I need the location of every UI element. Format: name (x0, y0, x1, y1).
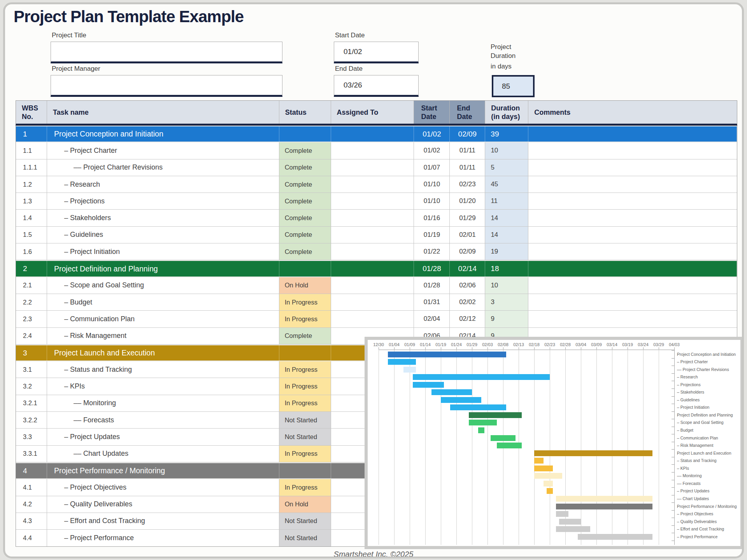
wbs-cell[interactable]: 1.5 (16, 227, 47, 243)
status-cell[interactable]: Complete (279, 142, 331, 159)
status-cell[interactable]: Complete (279, 193, 331, 209)
wbs-cell[interactable]: 1.1.1 (16, 159, 47, 176)
duration-cell[interactable]: 10 (485, 142, 528, 159)
end-cell[interactable]: 02/01 (450, 227, 485, 243)
comments-cell[interactable] (528, 311, 737, 327)
task-cell[interactable]: – Scope and Goal Setting (47, 277, 279, 294)
comments-cell[interactable] (528, 142, 737, 159)
gantt-bar[interactable] (497, 443, 522, 448)
status-cell[interactable]: Complete (279, 210, 331, 226)
assigned-cell[interactable] (331, 277, 414, 294)
wbs-cell[interactable]: 4.1 (16, 479, 47, 495)
comments-cell[interactable] (528, 126, 737, 142)
assigned-cell[interactable] (331, 159, 414, 176)
task-cell[interactable]: – Project Charter (47, 142, 279, 159)
task-cell[interactable]: – KPIs (47, 378, 279, 394)
gantt-bar[interactable] (534, 473, 562, 479)
wbs-cell[interactable]: 3.3.1 (16, 446, 47, 462)
gantt-bar[interactable] (534, 466, 553, 471)
wbs-cell[interactable]: 3.3 (16, 429, 47, 445)
duration-cell[interactable]: 39 (485, 126, 528, 142)
task-cell[interactable]: – Research (47, 176, 279, 192)
wbs-cell[interactable]: 1.4 (16, 210, 47, 226)
wbs-cell[interactable]: 2 (16, 261, 47, 276)
duration-cell[interactable]: 10 (485, 277, 528, 294)
end-cell[interactable]: 01/29 (450, 210, 485, 226)
task-cell[interactable]: –– Chart Updates (47, 446, 279, 462)
duration-cell[interactable]: 14 (485, 210, 528, 226)
wbs-cell[interactable]: 1.3 (16, 193, 47, 209)
gantt-bar[interactable] (556, 511, 568, 517)
task-cell[interactable]: –– Monitoring (47, 395, 279, 411)
task-cell[interactable]: Project Launch and Execution (47, 345, 279, 360)
gantt-bar[interactable] (441, 397, 481, 403)
assigned-cell[interactable] (331, 311, 414, 327)
wbs-cell[interactable]: 3.1 (16, 361, 47, 378)
project-manager-input[interactable] (51, 75, 282, 97)
duration-cell[interactable]: 3 (485, 294, 528, 310)
assigned-cell[interactable] (331, 243, 414, 260)
duration-cell[interactable]: 19 (485, 243, 528, 260)
status-cell[interactable]: On Hold (279, 496, 331, 513)
task-cell[interactable]: – Status and Tracking (47, 361, 279, 378)
project-duration-input[interactable]: 85 (492, 75, 535, 97)
end-cell[interactable]: 01/11 (450, 142, 485, 159)
gantt-bar[interactable] (534, 458, 544, 464)
status-cell[interactable]: In Progress (279, 446, 331, 462)
task-cell[interactable]: – Quality Deliverables (47, 496, 279, 513)
gantt-bar[interactable] (556, 496, 652, 502)
task-cell[interactable]: – Effort and Cost Tracking (47, 513, 279, 529)
status-cell[interactable]: Complete (279, 159, 331, 176)
task-cell[interactable]: – Budget (47, 294, 279, 310)
wbs-cell[interactable]: 4.2 (16, 496, 47, 513)
task-cell[interactable]: Project Conception and Initiation (47, 126, 279, 142)
wbs-cell[interactable]: 3.2.2 (16, 412, 47, 428)
start-cell[interactable]: 01/31 (414, 294, 450, 310)
column-header-duration[interactable]: Duration (in days) (485, 101, 528, 124)
comments-cell[interactable] (528, 159, 737, 176)
column-header-wbs[interactable]: WBS No. (16, 101, 47, 124)
status-cell[interactable]: Not Started (279, 530, 331, 546)
gantt-bar[interactable] (478, 427, 484, 433)
task-cell[interactable]: – Communication Plan (47, 311, 279, 327)
status-cell[interactable] (279, 261, 331, 276)
task-cell[interactable]: Project Performance / Monitoring (47, 463, 279, 478)
gantt-bar[interactable] (547, 488, 553, 494)
wbs-cell[interactable]: 3 (16, 345, 47, 360)
start-cell[interactable]: 01/02 (414, 142, 450, 159)
task-cell[interactable]: – Risk Management (47, 328, 279, 344)
end-cell[interactable]: 02/06 (450, 277, 485, 294)
wbs-cell[interactable]: 4.3 (16, 513, 47, 529)
status-cell[interactable]: Complete (279, 227, 331, 243)
duration-cell[interactable]: 14 (485, 227, 528, 243)
assigned-cell[interactable] (331, 227, 414, 243)
assigned-cell[interactable] (331, 193, 414, 209)
task-cell[interactable]: –– Project Charter Revisions (47, 159, 279, 176)
task-cell[interactable]: Project Definition and Planning (47, 261, 279, 276)
gantt-bar[interactable] (431, 389, 472, 395)
wbs-cell[interactable]: 1.1 (16, 142, 47, 159)
gantt-bar[interactable] (450, 404, 506, 410)
column-header-assigned[interactable]: Assigned To (331, 101, 414, 124)
wbs-cell[interactable]: 1.6 (16, 243, 47, 260)
start-cell[interactable]: 01/07 (414, 159, 450, 176)
wbs-cell[interactable]: 3.2 (16, 378, 47, 394)
column-header-comments[interactable]: Comments (528, 101, 737, 124)
end-cell[interactable]: 02/02 (450, 294, 485, 310)
status-cell[interactable]: Complete (279, 328, 331, 344)
status-cell[interactable]: In Progress (279, 294, 331, 310)
task-cell[interactable]: – Guidelines (47, 227, 279, 243)
assigned-cell[interactable] (331, 142, 414, 159)
start-cell[interactable]: 01/22 (414, 243, 450, 260)
task-cell[interactable]: – Project Objectives (47, 479, 279, 495)
end-cell[interactable]: 02/12 (450, 311, 485, 327)
assigned-cell[interactable] (331, 294, 414, 310)
column-header-start[interactable]: Start Date (414, 101, 450, 124)
status-cell[interactable] (279, 345, 331, 360)
status-cell[interactable]: Not Started (279, 513, 331, 529)
gantt-bar[interactable] (469, 420, 497, 425)
end-cell[interactable]: 02/23 (450, 176, 485, 192)
status-cell[interactable]: In Progress (279, 361, 331, 378)
project-title-input[interactable] (51, 42, 282, 63)
duration-cell[interactable]: 5 (485, 159, 528, 176)
